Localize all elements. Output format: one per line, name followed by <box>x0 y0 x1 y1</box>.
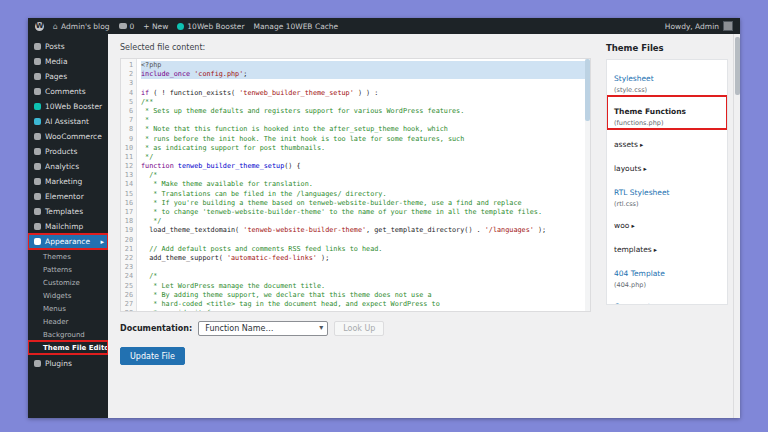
code-line-8[interactable]: * Note that this function is hooked into… <box>141 125 590 134</box>
submenu-item-patterns[interactable]: Patterns <box>28 263 108 276</box>
admin-bar-comments[interactable]: 0 <box>119 22 135 31</box>
theme-file-theme-functions[interactable]: Theme Functions(functions.php) <box>607 96 727 129</box>
code-line-13[interactable]: /* <box>141 171 590 180</box>
theme-file-rtl-stylesheet[interactable]: RTL Stylesheet(rtl.css) <box>607 177 727 210</box>
chevron-down-icon: ▾ <box>319 323 323 332</box>
code-line-3[interactable] <box>141 79 590 88</box>
sidebar-item-appearance[interactable]: Appearance▸ <box>28 234 108 249</box>
media-icon <box>34 58 41 65</box>
code-line-18[interactable]: */ <box>141 217 590 226</box>
theme-folder-woo[interactable]: woo ▸ <box>607 210 727 234</box>
code-lines[interactable]: <?phpinclude_once 'config.php';if ( ! fu… <box>137 59 590 311</box>
code-line-14[interactable]: * Make theme available for translation. <box>141 180 590 189</box>
appearance-icon <box>34 238 41 245</box>
marketing-icon <box>34 178 41 185</box>
function-name-select[interactable]: Function Name… ▾ <box>198 321 328 336</box>
sidebar-item-elementor[interactable]: Elementor <box>28 189 108 204</box>
wordpress-logo-icon[interactable]: W <box>35 22 44 31</box>
code-line-17[interactable]: * to change 'tenweb-website-builder-them… <box>141 208 590 217</box>
code-line-24[interactable]: /* <box>141 272 590 281</box>
folder-arrow-icon: ▸ <box>652 246 657 254</box>
new-content-button[interactable]: + New <box>143 22 168 31</box>
code-line-2[interactable]: include_once 'config.php'; <box>141 70 590 79</box>
booster-admin-bar-item[interactable]: 10Web Booster <box>177 22 244 31</box>
code-line-23[interactable] <box>141 263 590 272</box>
theme-file-404-template[interactable]: 404 Template(404.php) <box>607 258 727 291</box>
sidebar-item-posts[interactable]: Posts <box>28 39 108 54</box>
update-file-button[interactable]: Update File <box>120 347 185 365</box>
theme-files-list: Stylesheet(style.css)Theme Functions(fun… <box>606 59 728 305</box>
elementor-icon <box>34 193 41 200</box>
code-line-16[interactable]: * If you're building a theme based on te… <box>141 199 590 208</box>
code-line-15[interactable]: * Translations can be filed in the /lang… <box>141 190 590 199</box>
booster-icon <box>34 103 41 110</box>
wp-admin-window: W ⌂ Admin's blog 0 + New 10Web Booster M… <box>28 18 740 418</box>
editor-scrollbar-thumb[interactable] <box>585 59 590 121</box>
sidebar-item-marketing[interactable]: Marketing <box>28 174 108 189</box>
code-editor[interactable]: 1234567891011121314151617181920212223242… <box>120 58 591 312</box>
products-icon <box>34 148 41 155</box>
code-line-25[interactable]: * Let WordPress manage the document titl… <box>141 282 590 291</box>
folder-arrow-icon: ▸ <box>629 222 634 230</box>
sidebar-item-ai-assistant[interactable]: AI Assistant <box>28 114 108 129</box>
editor-content-area: Selected file content: 12345678910111213… <box>108 34 601 418</box>
comments-icon <box>34 88 41 95</box>
submenu-item-header[interactable]: Header <box>28 315 108 328</box>
sidebar-item-pages[interactable]: Pages <box>28 69 108 84</box>
code-line-11[interactable]: */ <box>141 153 590 162</box>
folder-arrow-icon: ▸ <box>638 141 643 149</box>
code-line-28[interactable]: * provide it for us. <box>141 309 590 311</box>
woocommerce-icon <box>34 133 41 140</box>
sidebar-item-products[interactable]: Products <box>28 144 108 159</box>
booster-icon <box>177 23 184 30</box>
howdy-account-menu[interactable]: Howdy, Admin <box>665 22 719 31</box>
code-line-21[interactable]: // Add default posts and comments RSS fe… <box>141 245 590 254</box>
avatar <box>723 21 733 31</box>
sidebar-item-10web-booster[interactable]: 10Web Booster <box>28 99 108 114</box>
page-scrollbar[interactable] <box>733 34 740 418</box>
booster-label: 10Web Booster <box>187 22 244 31</box>
code-line-10[interactable]: * as indicating support for post thumbna… <box>141 144 590 153</box>
sidebar-menu: PostsMediaPagesComments10Web BoosterAI A… <box>28 39 108 371</box>
templates-icon <box>34 208 41 215</box>
code-line-12[interactable]: function tenweb_builder_theme_setup() { <box>141 162 590 171</box>
submenu-item-theme-file-editor[interactable]: Theme File Editor <box>28 341 108 354</box>
sidebar-item-mailchimp[interactable]: Mailchimp <box>28 219 108 234</box>
sidebar-item-plugins[interactable]: Plugins <box>28 356 108 371</box>
home-icon: ⌂ <box>53 22 58 31</box>
code-line-26[interactable]: * By adding theme support, we declare th… <box>141 291 590 300</box>
code-line-22[interactable]: add_theme_support( 'automatic-feed-links… <box>141 254 590 263</box>
code-line-27[interactable]: * hard-coded <title> tag in the document… <box>141 300 590 309</box>
site-name-link[interactable]: ⌂ Admin's blog <box>53 22 110 31</box>
code-line-5[interactable]: /** <box>141 98 590 107</box>
manage-cache-button[interactable]: Manage 10WEB Cache <box>254 22 339 31</box>
theme-file-comments[interactable]: Comments(comments.php) <box>607 291 727 305</box>
submenu-item-widgets[interactable]: Widgets <box>28 289 108 302</box>
sidebar-item-media[interactable]: Media <box>28 54 108 69</box>
code-line-20[interactable] <box>141 236 590 245</box>
submenu-item-background[interactable]: Background <box>28 328 108 341</box>
documentation-label: Documentation: <box>120 324 192 333</box>
sidebar-item-woocommerce[interactable]: WooCommerce <box>28 129 108 144</box>
code-line-7[interactable]: * <box>141 116 590 125</box>
sidebar-item-comments[interactable]: Comments <box>28 84 108 99</box>
theme-folder-templates[interactable]: templates ▸ <box>607 234 727 258</box>
code-line-1[interactable]: <?php <box>141 61 590 70</box>
editor-scrollbar[interactable] <box>585 59 590 311</box>
code-line-6[interactable]: * Sets up theme defaults and registers s… <box>141 107 590 116</box>
look-up-button[interactable]: Look Up <box>334 321 384 336</box>
sidebar-item-templates[interactable]: Templates <box>28 204 108 219</box>
code-line-4[interactable]: if ( ! function_exists( 'tenweb_builder_… <box>141 89 590 98</box>
selected-file-label: Selected file content: <box>120 43 591 52</box>
submenu-item-menus[interactable]: Menus <box>28 302 108 315</box>
function-name-select-value: Function Name… <box>205 324 273 333</box>
theme-folder-layouts[interactable]: layouts ▸ <box>607 153 727 177</box>
submenu-item-customize[interactable]: Customize <box>28 276 108 289</box>
theme-file-stylesheet[interactable]: Stylesheet(style.css) <box>607 63 727 96</box>
page-scrollbar-thumb[interactable] <box>735 37 740 95</box>
submenu-item-themes[interactable]: Themes <box>28 250 108 263</box>
code-line-19[interactable]: load_theme_textdomain( 'tenweb-website-b… <box>141 226 590 235</box>
theme-folder-assets[interactable]: assets ▸ <box>607 129 727 153</box>
code-line-9[interactable]: * runs before the init hook. The init ho… <box>141 135 590 144</box>
sidebar-item-analytics[interactable]: Analytics <box>28 159 108 174</box>
